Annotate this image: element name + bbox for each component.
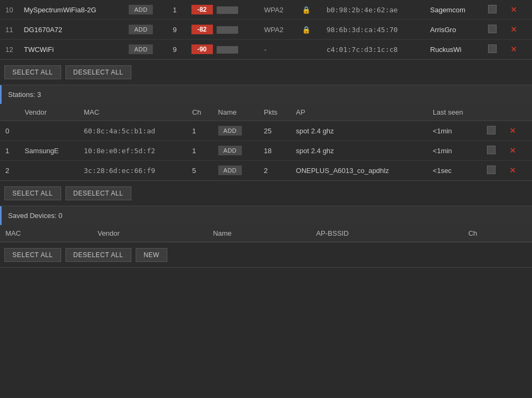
checkbox-cell xyxy=(483,20,502,40)
saved-deselect-all-button[interactable]: DESELECT ALL xyxy=(65,248,131,262)
channel-cell: 9 xyxy=(167,40,186,59)
saved-col-ch: Ch xyxy=(463,225,532,242)
mac-cell: 3c:28:6d:ec:66:f9 xyxy=(78,161,187,181)
remove-cell: ✕ xyxy=(501,121,532,141)
name-cell: ADD xyxy=(213,141,258,161)
signal-cell: -82 xyxy=(186,0,259,20)
mac-cell: 10:8e:e0:ef:5d:f2 xyxy=(78,141,187,161)
saved-new-button[interactable]: NEW xyxy=(136,248,168,262)
col-remove xyxy=(501,104,532,121)
ap-cell: ONEPLUS_A6013_co_apdhlz xyxy=(291,161,427,181)
stations-table: Vendor MAC Ch Name Pkts AP Last seen 0 6… xyxy=(0,104,532,181)
channel-cell: 1 xyxy=(167,0,186,20)
row-checkbox[interactable] xyxy=(487,166,496,174)
ap-cell: spot 2.4 ghz xyxy=(291,121,427,141)
remove-button[interactable]: ✕ xyxy=(506,125,519,136)
station-row: 1 SamsungE 10:8e:e0:ef:5d:f2 1 ADD 18 sp… xyxy=(0,141,532,161)
saved-col-name: Name xyxy=(208,225,311,242)
row-checkbox[interactable] xyxy=(488,44,497,53)
add-cell: ADD xyxy=(123,0,167,20)
security-cell: - xyxy=(259,40,297,59)
stations-select-all-button[interactable]: SELECT ALL xyxy=(4,186,61,200)
col-pkts: Pkts xyxy=(258,104,291,121)
last-seen-cell: <1min xyxy=(427,121,482,141)
row-index: 1 xyxy=(0,141,19,161)
remove-cell: ✕ xyxy=(501,161,532,181)
stations-section-header: Stations: 3 xyxy=(0,85,532,104)
checkbox-cell xyxy=(483,0,502,20)
row-checkbox[interactable] xyxy=(488,5,497,13)
row-checkbox[interactable] xyxy=(487,126,496,134)
checkbox-cell xyxy=(482,141,501,161)
station-row: 0 60:8c:4a:5c:b1:ad 1 ADD 25 spot 2.4 gh… xyxy=(0,121,532,141)
add-button[interactable]: ADD xyxy=(129,5,153,14)
signal-badge: -82 xyxy=(191,25,213,34)
remove-cell: ✕ xyxy=(501,141,532,161)
mac-cell: b0:98:2b:4e:62:ae xyxy=(321,0,425,20)
col-name: Name xyxy=(213,104,258,121)
col-vendor: Vendor xyxy=(19,104,78,121)
add-button[interactable]: ADD xyxy=(129,25,153,34)
lock-cell xyxy=(297,40,321,59)
stations-controls-bar: SELECT ALL DESELECT ALL xyxy=(0,181,532,206)
saved-devices-table: MAC Vendor Name AP-BSSID Ch xyxy=(0,225,532,242)
row-checkbox[interactable] xyxy=(488,25,497,33)
row-index: 10 xyxy=(0,0,18,20)
checkbox-cell xyxy=(482,121,501,141)
channel-cell: 1 xyxy=(187,121,212,141)
networks-deselect-all-button[interactable]: DESELECT ALL xyxy=(65,65,131,79)
name-cell: ADD xyxy=(213,121,258,141)
station-row: 2 3c:28:6d:ec:66:f9 5 ADD 2 ONEPLUS_A601… xyxy=(0,161,532,181)
signal-badge: -90 xyxy=(191,44,213,54)
checkbox-cell xyxy=(483,40,502,59)
signal-bar xyxy=(217,6,238,14)
lock-icon: 🔒 xyxy=(302,6,311,14)
last-seen-cell: <1min xyxy=(427,141,482,161)
saved-devices-header-text: Saved Devices: 0 xyxy=(8,212,62,220)
remove-button[interactable]: ✕ xyxy=(507,44,520,55)
network-row: 11 DG1670A72 ADD 9 -82 WPA2 🔒 98:6b:3d:c… xyxy=(0,20,532,40)
channel-cell: 1 xyxy=(187,141,212,161)
checkbox-cell xyxy=(482,161,501,181)
add-button[interactable]: ADD xyxy=(218,126,242,136)
col-index xyxy=(0,104,19,121)
mac-cell: 60:8c:4a:5c:b1:ad xyxy=(78,121,187,141)
saved-select-all-button[interactable]: SELECT ALL xyxy=(4,248,61,262)
add-cell: ADD xyxy=(123,20,167,40)
signal-bar xyxy=(217,46,238,54)
saved-devices-section-header: Saved Devices: 0 xyxy=(0,206,532,225)
add-cell: ADD xyxy=(123,40,167,59)
pkts-cell: 18 xyxy=(258,141,291,161)
remove-button[interactable]: ✕ xyxy=(507,24,520,35)
security-cell: WPA2 xyxy=(259,0,297,20)
lock-cell: 🔒 xyxy=(297,20,321,40)
remove-button[interactable]: ✕ xyxy=(506,145,519,156)
name-cell: ADD xyxy=(213,161,258,181)
stations-deselect-all-button[interactable]: DESELECT ALL xyxy=(65,186,131,200)
vendor-cell: SamsungE xyxy=(19,141,78,161)
ap-cell: spot 2.4 ghz xyxy=(291,141,427,161)
pkts-cell: 25 xyxy=(258,121,291,141)
saved-devices-header-row: MAC Vendor Name AP-BSSID Ch xyxy=(0,225,532,242)
remove-cell: ✕ xyxy=(502,20,532,40)
signal-cell: -90 xyxy=(186,40,259,59)
add-button[interactable]: ADD xyxy=(129,44,153,54)
lock-icon: 🔒 xyxy=(302,26,311,34)
channel-cell: 5 xyxy=(187,161,212,181)
row-checkbox[interactable] xyxy=(487,146,496,154)
network-row: 12 TWCWiFi ADD 9 -90 - c4:01:7c:d3:1c:c8… xyxy=(0,40,532,59)
vendor-cell: Sagemcom xyxy=(425,0,483,20)
add-button[interactable]: ADD xyxy=(218,166,242,175)
remove-button[interactable]: ✕ xyxy=(506,165,519,176)
add-button[interactable]: ADD xyxy=(218,146,242,155)
saved-col-ap-bssid: AP-BSSID xyxy=(311,225,463,242)
remove-cell: ✕ xyxy=(502,40,532,59)
stations-header-row: Vendor MAC Ch Name Pkts AP Last seen xyxy=(0,104,532,121)
networks-table: 10 MySpectrumWiFia8-2G ADD 1 -82 WPA2 🔒 … xyxy=(0,0,532,59)
network-ssid: DG1670A72 xyxy=(18,20,123,40)
remove-button[interactable]: ✕ xyxy=(507,4,520,15)
vendor-cell: ArrisGro xyxy=(425,20,483,40)
vendor-cell xyxy=(19,161,78,181)
networks-select-all-button[interactable]: SELECT ALL xyxy=(4,65,61,79)
network-row: 10 MySpectrumWiFia8-2G ADD 1 -82 WPA2 🔒 … xyxy=(0,0,532,20)
